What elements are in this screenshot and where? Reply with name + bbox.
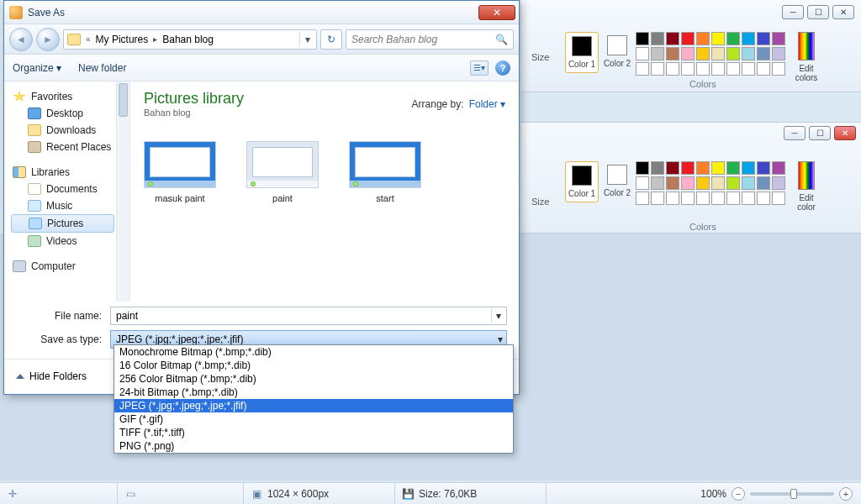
palette-swatch[interactable] (681, 47, 695, 60)
palette-swatch[interactable] (681, 176, 695, 190)
palette-swatch[interactable] (711, 47, 725, 60)
palette-swatch[interactable] (757, 161, 770, 175)
color2-selector[interactable]: Color 2 (600, 32, 634, 71)
minimize-button[interactable]: ─ (782, 5, 804, 19)
palette-swatch[interactable] (742, 62, 755, 76)
color-palette-upper[interactable] (636, 32, 785, 76)
zoom-slider-thumb[interactable] (790, 489, 797, 499)
palette-swatch[interactable] (757, 176, 770, 190)
tree-scroll-thumb[interactable] (119, 83, 128, 117)
edit-colors-button-2[interactable]: Edit color (790, 161, 822, 212)
type-option[interactable]: GIF (*.gif) (114, 412, 513, 426)
edit-colors-button[interactable]: Edit colors (790, 32, 822, 82)
palette-swatch[interactable] (636, 176, 649, 190)
size-dropdown-label[interactable]: Size (531, 52, 549, 62)
palette-swatch[interactable] (772, 161, 785, 175)
palette-swatch[interactable] (726, 62, 740, 76)
new-folder-button[interactable]: New folder (78, 62, 126, 74)
palette-swatch[interactable] (651, 176, 664, 190)
palette-swatch[interactable] (742, 176, 755, 190)
palette-swatch[interactable] (711, 32, 725, 45)
arrange-value[interactable]: Folder ▾ (469, 98, 505, 110)
type-option[interactable]: 256 Color Bitmap (*.bmp;*.dib) (114, 372, 513, 386)
palette-swatch[interactable] (696, 176, 710, 190)
palette-swatch[interactable] (651, 32, 664, 45)
palette-swatch[interactable] (757, 192, 770, 205)
palette-swatch[interactable] (726, 176, 740, 190)
palette-swatch[interactable] (681, 32, 695, 45)
palette-swatch[interactable] (636, 62, 649, 76)
view-mode-button[interactable]: ☰▾ (470, 60, 489, 76)
palette-swatch[interactable] (726, 32, 740, 45)
color2-selector-2[interactable]: Color 2 (600, 161, 634, 201)
palette-swatch[interactable] (742, 161, 755, 175)
dialog-titlebar[interactable]: Save As ✕ (4, 1, 519, 24)
palette-swatch[interactable] (742, 47, 755, 60)
tree-computer[interactable]: Computer (11, 258, 129, 275)
palette-swatch[interactable] (636, 192, 649, 205)
breadcrumb-part2[interactable]: Bahan blog (162, 34, 214, 45)
dialog-close-button[interactable]: ✕ (478, 5, 515, 20)
breadcrumb-dropdown[interactable]: ▾ (299, 32, 314, 47)
zoom-in-button[interactable]: + (839, 487, 853, 501)
palette-swatch[interactable] (666, 62, 679, 76)
zoom-slider[interactable] (750, 492, 834, 496)
palette-swatch[interactable] (636, 161, 649, 175)
palette-swatch[interactable] (666, 192, 679, 205)
palette-swatch[interactable] (696, 192, 710, 205)
palette-swatch[interactable] (666, 176, 679, 190)
palette-swatch[interactable] (757, 32, 770, 45)
file-thumbnail[interactable]: masuk paint (144, 141, 216, 203)
saveastype-dropdown-list[interactable]: Monochrome Bitmap (*.bmp;*.dib)16 Color … (114, 344, 514, 454)
tree-pictures[interactable]: Pictures (11, 214, 114, 233)
palette-swatch[interactable] (636, 47, 649, 60)
palette-swatch[interactable] (681, 62, 695, 76)
palette-swatch[interactable] (772, 192, 785, 205)
help-button[interactable]: ? (495, 60, 510, 76)
forward-button[interactable]: ► (36, 28, 60, 51)
refresh-button[interactable]: ↻ (320, 29, 342, 50)
zoom-out-button[interactable]: − (732, 487, 745, 501)
palette-swatch[interactable] (696, 161, 710, 175)
palette-swatch[interactable] (666, 32, 679, 45)
search-input[interactable]: Search Bahan blog 🔍 (346, 29, 514, 50)
color-palette-lower[interactable] (636, 161, 785, 205)
palette-swatch[interactable] (757, 47, 770, 60)
palette-swatch[interactable] (711, 161, 725, 175)
tree-music[interactable]: Music (11, 197, 129, 214)
type-option[interactable]: PNG (*.png) (114, 439, 513, 453)
filename-input[interactable]: paint ▾ (110, 307, 507, 325)
type-option[interactable]: 16 Color Bitmap (*.bmp;*.dib) (114, 359, 513, 372)
palette-swatch[interactable] (726, 192, 740, 205)
palette-swatch[interactable] (696, 32, 710, 45)
tree-recent[interactable]: Recent Places (11, 139, 129, 155)
minimize-button-2[interactable]: ─ (784, 126, 806, 140)
palette-swatch[interactable] (772, 176, 785, 190)
palette-swatch[interactable] (711, 62, 725, 76)
size-dropdown-label-2[interactable]: Size (531, 197, 549, 207)
type-option[interactable]: TIFF (*.tif;*.tiff) (114, 426, 513, 439)
breadcrumb-left-chevron[interactable]: « (86, 34, 91, 44)
palette-swatch[interactable] (726, 161, 740, 175)
palette-swatch[interactable] (696, 47, 710, 60)
palette-swatch[interactable] (772, 32, 785, 45)
file-thumbnail[interactable]: paint (246, 141, 319, 203)
breadcrumb-part1[interactable]: My Pictures (96, 34, 149, 45)
palette-swatch[interactable] (666, 47, 679, 60)
palette-swatch[interactable] (681, 161, 695, 175)
palette-swatch[interactable] (772, 62, 785, 76)
file-thumbnail[interactable]: start (349, 141, 421, 203)
type-option[interactable]: 24-bit Bitmap (*.bmp;*.dib) (114, 386, 513, 399)
palette-swatch[interactable] (742, 192, 755, 205)
palette-swatch[interactable] (636, 32, 649, 45)
tree-documents[interactable]: Documents (11, 181, 129, 197)
tree-scrollbar[interactable] (116, 81, 129, 302)
filename-dropdown[interactable]: ▾ (491, 309, 504, 323)
breadcrumb[interactable]: « My Pictures ▸ Bahan blog ▾ (63, 29, 317, 50)
hide-folders-button[interactable]: Hide Folders (16, 370, 87, 382)
tree-videos[interactable]: Videos (11, 233, 129, 249)
close-button[interactable]: ✕ (832, 5, 854, 19)
tree-libraries[interactable]: Libraries (11, 164, 129, 181)
palette-swatch[interactable] (757, 62, 770, 76)
palette-swatch[interactable] (742, 32, 755, 45)
